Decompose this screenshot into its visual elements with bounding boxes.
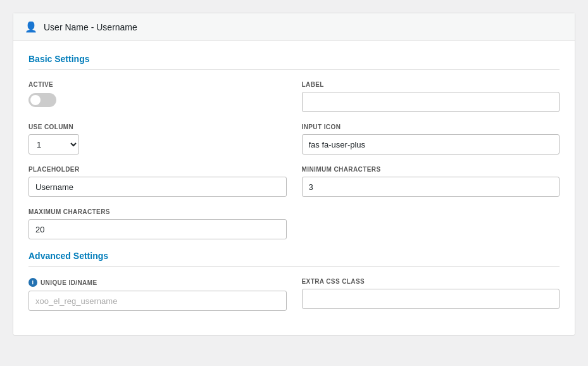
unique-id-input[interactable] (28, 291, 287, 311)
row-active-label: ACTIVE LABEL (28, 81, 560, 112)
extra-css-input[interactable] (302, 289, 560, 309)
minimum-chars-input[interactable] (302, 177, 560, 197)
row-maxchars: MAXIMUM CHARACTERS (28, 208, 560, 239)
placeholder-label: PLACEHOLDER (28, 166, 287, 173)
minimum-chars-label: MINIMUM CHARACTERS (302, 166, 560, 173)
maximum-chars-input[interactable] (28, 219, 287, 239)
active-toggle[interactable] (28, 93, 56, 107)
use-column-select[interactable]: 1 2 3 4 (28, 134, 79, 155)
maximum-chars-label: MAXIMUM CHARACTERS (28, 208, 287, 215)
settings-panel: 👤 User Name - Username Basic Settings AC… (13, 13, 575, 336)
row-placeholder-minchars: PLACEHOLDER MINIMUM CHARACTERS (28, 166, 560, 197)
field-use-column: USE COLUMN 1 2 3 4 (28, 123, 287, 155)
field-empty-right (302, 208, 560, 239)
placeholder-input[interactable] (28, 177, 287, 197)
input-icon-label: INPUT ICON (302, 123, 560, 130)
extra-css-label: EXTRA CSS CLASS (302, 278, 560, 285)
toggle-wrapper (28, 93, 287, 107)
field-minimum-chars: MINIMUM CHARACTERS (302, 166, 560, 197)
advanced-settings-heading: Advanced Settings (28, 251, 560, 267)
use-column-label: USE COLUMN (28, 123, 287, 130)
unique-id-label: i UNIQUE ID/NAME (28, 278, 287, 287)
field-extra-css: EXTRA CSS CLASS (302, 278, 560, 311)
field-active: ACTIVE (28, 81, 287, 112)
row-column-icon: USE COLUMN 1 2 3 4 INPUT ICON (28, 123, 560, 155)
active-label: ACTIVE (28, 81, 287, 88)
label-field-label: LABEL (302, 81, 560, 88)
header-bar: 👤 User Name - Username (13, 13, 575, 41)
label-input[interactable] (302, 92, 560, 112)
advanced-settings-section: Advanced Settings i UNIQUE ID/NAME EXTRA… (28, 251, 560, 311)
field-placeholder: PLACEHOLDER (28, 166, 287, 197)
basic-settings-heading: Basic Settings (28, 54, 560, 70)
field-unique-id: i UNIQUE ID/NAME (28, 278, 287, 311)
field-input-icon: INPUT ICON (302, 123, 560, 155)
info-icon: i (28, 278, 37, 287)
user-icon: 👤 (25, 21, 37, 33)
row-uniqueid-extracss: i UNIQUE ID/NAME EXTRA CSS CLASS (28, 278, 560, 311)
toggle-slider (28, 93, 56, 107)
content-area: Basic Settings ACTIVE LABEL USE COLUMN (13, 41, 575, 335)
header-title: User Name - Username (44, 22, 137, 32)
field-label: LABEL (302, 81, 560, 112)
input-icon-field[interactable] (302, 134, 560, 155)
field-maximum-chars: MAXIMUM CHARACTERS (28, 208, 287, 239)
